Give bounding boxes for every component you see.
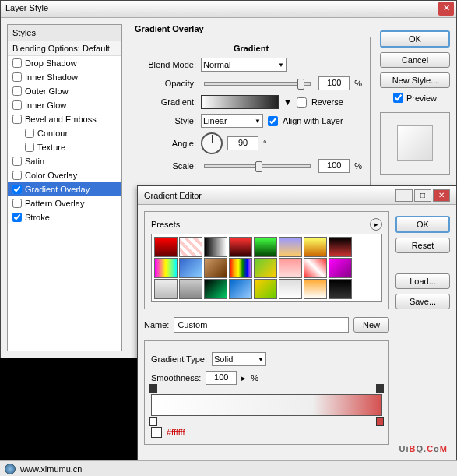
style-item-texture[interactable]: Texture: [8, 140, 121, 154]
angle-value[interactable]: 90: [227, 136, 258, 150]
gradient-label: Gradient:: [140, 97, 196, 107]
blending-options[interactable]: Blending Options: Default: [8, 41, 121, 56]
preset-swatch[interactable]: [254, 258, 277, 278]
smoothness-arrow-icon[interactable]: ▸: [241, 373, 246, 383]
opacity-value[interactable]: 100: [318, 76, 350, 90]
preset-swatch[interactable]: [329, 258, 352, 278]
footer-url: www.ximumu.cn: [20, 464, 82, 474]
presets-label: Presets: [151, 220, 180, 229]
editor-load-button[interactable]: Load...: [395, 273, 450, 289]
style-item-inner-shadow[interactable]: Inner Shadow: [8, 70, 121, 84]
gradient-dropdown-icon[interactable]: ▼: [283, 97, 292, 107]
preset-swatch[interactable]: [279, 258, 302, 278]
preset-swatch[interactable]: [254, 279, 277, 299]
preset-swatch[interactable]: [329, 237, 352, 257]
style-item-drop-shadow[interactable]: Drop Shadow: [8, 56, 121, 70]
style-checkbox[interactable]: [25, 143, 34, 152]
cancel-button[interactable]: Cancel: [380, 52, 450, 68]
new-button[interactable]: New: [353, 317, 389, 333]
editor-ok-button[interactable]: OK: [395, 216, 450, 233]
style-select[interactable]: Linear▼: [201, 114, 263, 128]
style-label: Inner Shadow: [25, 72, 78, 82]
preset-swatch[interactable]: [179, 237, 202, 257]
opacity-stop-right[interactable]: [376, 384, 384, 393]
style-item-outer-glow[interactable]: Outer Glow: [8, 84, 121, 98]
preset-swatch[interactable]: [304, 237, 327, 257]
preset-swatch[interactable]: [254, 237, 277, 257]
new-style-button[interactable]: New Style...: [380, 72, 450, 88]
style-checkbox[interactable]: [12, 213, 22, 222]
preset-swatch[interactable]: [229, 237, 252, 257]
opacity-stop-left[interactable]: [149, 384, 157, 393]
style-item-color-overlay[interactable]: Color Overlay: [8, 168, 121, 182]
blend-mode-select[interactable]: Normal▼: [201, 58, 287, 72]
reverse-checkbox[interactable]: [297, 97, 307, 108]
name-input[interactable]: [174, 317, 349, 333]
presets-menu-icon[interactable]: ▸: [370, 218, 382, 231]
angle-dial[interactable]: [201, 132, 223, 154]
gradient-editor-dialog: Gradient Editor — □ ✕ Presets ▸ Name: Ne…: [137, 185, 457, 474]
style-checkbox[interactable]: [12, 72, 22, 82]
preset-swatch[interactable]: [204, 258, 227, 278]
scale-slider[interactable]: [204, 164, 311, 168]
style-checkbox[interactable]: [12, 157, 22, 166]
pct-label2: %: [354, 161, 362, 171]
gradient-type-select[interactable]: Solid▼: [212, 352, 266, 366]
style-checkbox[interactable]: [12, 86, 22, 96]
style-checkbox[interactable]: [12, 115, 22, 124]
align-checkbox[interactable]: [268, 116, 278, 126]
style-checkbox[interactable]: [12, 58, 22, 68]
preset-swatch[interactable]: [204, 279, 227, 299]
preset-swatch[interactable]: [279, 237, 302, 257]
color-stop-left[interactable]: [149, 417, 157, 426]
gradient-preview[interactable]: [201, 95, 279, 109]
preset-swatch[interactable]: [154, 258, 178, 278]
gradient-bar[interactable]: [151, 394, 382, 416]
preset-swatch[interactable]: [154, 279, 178, 299]
preset-swatch[interactable]: [154, 237, 178, 257]
ok-button[interactable]: OK: [380, 30, 450, 48]
style-checkbox[interactable]: [12, 100, 22, 110]
style-checkbox[interactable]: [12, 171, 22, 180]
styles-panel: Styles Blending Options: Default Drop Sh…: [7, 24, 122, 351]
titlebar[interactable]: Layer Style ✕: [1, 1, 456, 18]
editor-save-button[interactable]: Save...: [395, 294, 450, 309]
editor-close-button[interactable]: ✕: [433, 189, 450, 202]
style-item-gradient-overlay[interactable]: Gradient Overlay: [8, 182, 121, 196]
color-stop-right[interactable]: [376, 417, 384, 426]
color-swatch[interactable]: [151, 427, 162, 438]
styles-header[interactable]: Styles: [8, 25, 121, 41]
style-item-bevel-and-emboss[interactable]: Bevel and Emboss: [8, 112, 121, 126]
smoothness-value[interactable]: 100: [206, 371, 237, 385]
preset-swatch[interactable]: [204, 237, 227, 257]
preset-swatch[interactable]: [279, 279, 302, 299]
minimize-button[interactable]: —: [395, 189, 413, 202]
style-item-stroke[interactable]: Stroke: [8, 210, 121, 224]
preset-swatch[interactable]: [179, 258, 202, 278]
preset-swatch[interactable]: [229, 258, 252, 278]
opacity-slider[interactable]: [204, 82, 311, 86]
section-title: Gradient Overlay: [132, 24, 371, 33]
style-checkbox[interactable]: [12, 185, 22, 194]
style-label: Bevel and Emboss: [25, 115, 97, 124]
style-checkbox[interactable]: [25, 129, 34, 138]
preset-swatch[interactable]: [304, 279, 327, 299]
style-item-inner-glow[interactable]: Inner Glow: [8, 98, 121, 112]
preset-swatch[interactable]: [329, 279, 352, 299]
gradient-type-label: Gradient Type:: [151, 354, 207, 364]
style-item-pattern-overlay[interactable]: Pattern Overlay: [8, 196, 121, 210]
editor-titlebar[interactable]: Gradient Editor — □ ✕: [138, 186, 456, 205]
footer: www.ximumu.cn: [0, 460, 457, 476]
scale-value[interactable]: 100: [318, 159, 350, 173]
preset-swatch[interactable]: [304, 258, 327, 278]
style-label: Drop Shadow: [25, 58, 77, 68]
editor-reset-button[interactable]: Reset: [395, 238, 450, 253]
style-checkbox[interactable]: [12, 199, 22, 208]
preview-checkbox[interactable]: [393, 93, 403, 103]
maximize-button[interactable]: □: [414, 189, 431, 202]
preset-swatch[interactable]: [229, 279, 252, 299]
close-button[interactable]: ✕: [438, 2, 454, 16]
preset-swatch[interactable]: [179, 279, 202, 299]
style-item-contour[interactable]: Contour: [8, 126, 121, 140]
style-item-satin[interactable]: Satin: [8, 154, 121, 168]
